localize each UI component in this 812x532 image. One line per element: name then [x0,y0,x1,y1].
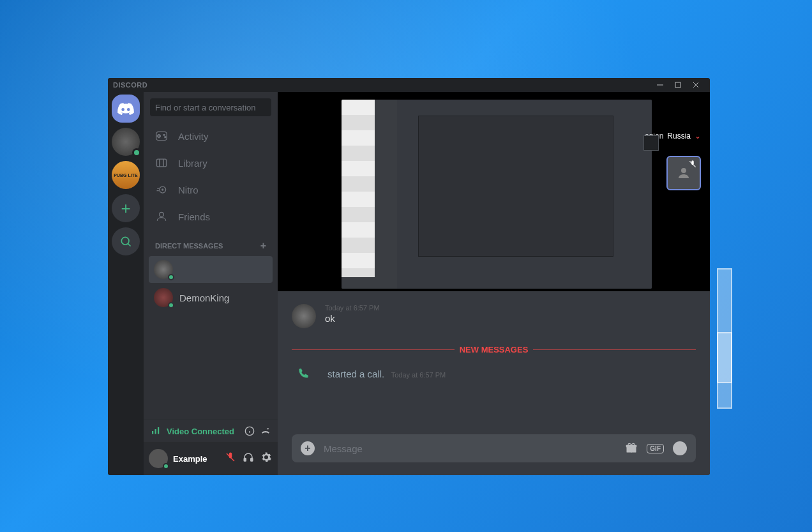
explore-servers-button[interactable] [112,227,140,255]
search-icon [119,235,132,248]
app-title: DISCORD [113,81,147,89]
minimize-button[interactable] [651,78,669,92]
avatar [154,288,173,307]
svg-rect-8 [251,459,253,462]
new-messages-divider: NEW MESSAGES [292,345,696,354]
screenshare-preview[interactable] [342,100,652,289]
disconnect-icon[interactable] [260,425,271,437]
region-value: Russia [667,132,691,141]
svg-rect-7 [244,459,246,462]
system-message: started a call. Today at 6:57 PM [292,363,696,393]
close-button[interactable] [687,78,705,92]
nav-library[interactable]: Library [144,149,278,176]
svg-rect-0 [675,82,680,87]
nav-label: Activity [178,131,209,142]
desktop-decoration [717,332,732,409]
video-call-stage: egion Russia ⌄ [278,92,710,291]
divider-label: NEW MESSAGES [460,345,529,354]
gift-button[interactable] [625,441,638,456]
main-content: @ Search @ egion Russia [278,92,710,475]
message-input[interactable] [324,443,616,454]
dm-name: DemonKing [179,293,229,303]
nav-label: Library [178,158,207,169]
gif-button[interactable]: GIF [647,444,664,453]
avatar[interactable] [292,304,316,328]
friends-icon [155,210,168,223]
nitro-icon [155,183,168,196]
add-server-button[interactable]: + [112,194,140,222]
phone-icon [292,367,316,381]
message-text: ok [325,313,696,324]
svg-point-1 [121,237,129,245]
message-list: Today at 6:57 PM ok NEW MESSAGES sta [278,291,710,434]
channel-sidebar: Find or start a conversation Activity Li… [144,92,278,475]
search-placeholder: Find or start a conversation [155,103,256,112]
info-icon[interactable] [244,426,255,436]
dm-header: DIRECT MESSAGES + [144,230,278,255]
mic-muted-icon [688,160,697,169]
titlebar: DISCORD [108,78,710,92]
dm-item[interactable]: DemonKing [149,284,273,311]
signal-icon [150,425,162,437]
nav-friends[interactable]: Friends [144,203,278,230]
username: Example [173,454,219,464]
deafen-button[interactable] [242,452,255,466]
attach-button[interactable]: + [301,441,315,455]
nav-label: Nitro [178,185,199,195]
settings-button[interactable] [260,452,273,466]
plus-icon: + [121,199,130,218]
create-dm-button[interactable]: + [260,240,266,252]
chevron-down-icon: ⌄ [695,132,701,141]
message-composer: + GIF ☺ [292,434,696,462]
server-item-pubg[interactable]: PUBG LITE [112,161,140,189]
user-avatar[interactable] [149,449,168,468]
message-timestamp: Today at 6:57 PM [325,304,380,312]
discord-window: DISCORD PUBG LITE + [108,78,710,475]
server-list: PUBG LITE + [108,92,144,475]
svg-point-4 [162,188,163,190]
avatar [154,260,173,279]
voice-status: Video Connected [167,427,239,436]
nav-nitro[interactable]: Nitro [144,176,278,203]
svg-point-12 [681,168,686,173]
dm-item[interactable] [149,256,273,283]
emoji-button[interactable]: ☺ [673,441,687,455]
self-camera[interactable] [666,156,701,190]
voice-panel: Video Connected [144,420,278,442]
mute-button[interactable] [224,452,237,466]
svg-point-5 [160,212,164,217]
nav-activity[interactable]: Activity [144,123,278,149]
svg-rect-2 [157,159,167,167]
home-button[interactable] [112,95,140,123]
quick-switcher[interactable]: Find or start a conversation [150,98,271,116]
library-icon [155,156,168,169]
user-panel: Example [144,442,278,475]
server-item[interactable] [112,128,140,156]
gamepad-icon [155,130,168,142]
pubg-icon: PUBG LITE [112,161,140,189]
maximize-button[interactable] [669,78,687,92]
pip-thumbnail[interactable] [643,135,659,151]
system-timestamp: Today at 6:57 PM [391,371,446,379]
message: Today at 6:57 PM ok [292,299,696,341]
system-text: started a call. [327,369,384,379]
dm-header-label: DIRECT MESSAGES [155,242,223,250]
nav-label: Friends [178,211,210,222]
